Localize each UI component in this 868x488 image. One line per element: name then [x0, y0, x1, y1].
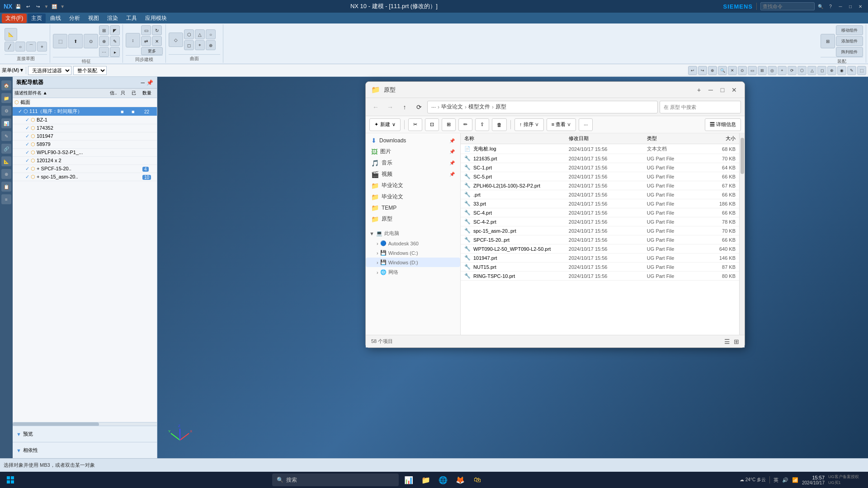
t3[interactable]: ⊕: [708, 66, 717, 75]
fe-new-tab-btn[interactable]: +: [694, 85, 704, 95]
file-row-2[interactable]: 🔧 SC-1.prt 2024/10/17 15:56 UG Part File…: [461, 163, 739, 172]
fe-breadcrumb[interactable]: ··· › 毕业论文 › 模型文件 › 原型: [427, 101, 658, 113]
fe-paste-btn[interactable]: ⊞: [442, 118, 456, 131]
transform-btn[interactable]: ↻: [152, 25, 162, 35]
bc-part3[interactable]: 原型: [495, 103, 506, 111]
close-btn[interactable]: ✕: [856, 2, 864, 10]
panel-minimize-btn[interactable]: ─: [141, 80, 145, 86]
menu-view[interactable]: 视图: [85, 14, 103, 23]
fe-maximize-btn[interactable]: □: [717, 85, 727, 95]
t13[interactable]: △: [807, 66, 816, 75]
fe-refresh-btn[interactable]: ⟳: [413, 101, 425, 113]
side-icon-1[interactable]: 🏠: [1, 80, 11, 90]
bc-part2[interactable]: 模型文件: [468, 103, 490, 111]
file-row-10[interactable]: 🔧 SPCF-15-20..prt 2024/10/17 15:56 UG Pa…: [461, 235, 739, 244]
viewport-3d[interactable]: X Y Z 📁 原型 + ─ □ ✕: [157, 77, 868, 458]
file-row-14[interactable]: 🔧 RING-TSPC-10.prt 2024/10/17 15:56 UG P…: [461, 272, 739, 281]
surface-btn[interactable]: ◇: [169, 33, 183, 47]
scope-select[interactable]: 整个装配: [73, 66, 107, 75]
file-row-11[interactable]: 🔧 WPT090-L2-50_WPT090-L2-50.prt 2024/10/…: [461, 244, 739, 253]
circle-tool[interactable]: ○: [15, 42, 25, 52]
side-icon-3[interactable]: ⚙: [1, 106, 11, 116]
fe-more-btn[interactable]: ···: [579, 118, 593, 131]
assembly-row-9[interactable]: ✓ ⬡ + spc-15_asm-20.. 10: [13, 173, 157, 181]
t10[interactable]: +: [778, 66, 787, 75]
col-qty[interactable]: 数量: [141, 89, 157, 98]
move-face-btn[interactable]: ↕: [126, 33, 140, 47]
fe-search-input[interactable]: [660, 101, 741, 113]
menu-tools[interactable]: 工具: [123, 14, 141, 23]
add-component-btn[interactable]: 添加组件: [836, 36, 863, 46]
assembly-row-7[interactable]: ✓ ⬡ 120124 x 2: [13, 157, 157, 165]
taskbar-browser-icon[interactable]: 🦊: [453, 473, 467, 487]
fe-view-btn[interactable]: ≡ 查看 ∨: [547, 118, 576, 131]
array-feature-btn[interactable]: ⊞: [99, 25, 109, 35]
fe-up-btn[interactable]: ↑: [398, 101, 411, 113]
fe-grid-view-btn[interactable]: ⊞: [734, 338, 739, 345]
fe-share-btn[interactable]: ⇪: [475, 118, 489, 131]
menu-curve[interactable]: 曲线: [47, 14, 65, 23]
fe-delete-btn[interactable]: 🗑: [492, 118, 507, 131]
s5[interactable]: ⌖: [195, 40, 205, 50]
fe-nav-network[interactable]: › 🌐 网络: [366, 267, 460, 277]
fe-sort-btn[interactable]: ↑ 排序 ∨: [514, 118, 544, 131]
sketch-btn[interactable]: 📐: [5, 28, 17, 41]
fe-copy-btn[interactable]: ⊡: [425, 118, 439, 131]
side-icon-9[interactable]: 📋: [1, 182, 11, 192]
menu-home[interactable]: 主页: [28, 14, 46, 23]
taskbar-search[interactable]: 🔍 搜索: [272, 474, 399, 486]
col-done[interactable]: 已: [130, 89, 141, 98]
base-plane-btn[interactable]: ⬚: [53, 34, 67, 48]
window-btn[interactable]: 🪟: [50, 2, 58, 10]
t14[interactable]: ◻: [817, 66, 826, 75]
bc-part1[interactable]: 毕业论文: [441, 103, 463, 111]
s1[interactable]: ⬡: [184, 29, 194, 39]
fe-new-btn[interactable]: ✦ 新建 ∨: [369, 118, 401, 131]
filter-select[interactable]: 无选择过滤器: [28, 66, 71, 75]
line-tool[interactable]: ╱: [5, 42, 14, 52]
menu-app[interactable]: 应用模块: [142, 14, 170, 23]
menu-file[interactable]: 文件(F): [2, 14, 27, 23]
menu-m[interactable]: 菜单(M)▼: [2, 67, 24, 74]
taskbar-files-icon[interactable]: 📁: [419, 473, 433, 487]
quick-save-btn[interactable]: 💾: [14, 2, 22, 10]
t11[interactable]: ⟳: [788, 66, 797, 75]
col-header-date[interactable]: 修改日期: [569, 135, 647, 142]
taskbar-widget-icon[interactable]: 📊: [401, 473, 416, 487]
arc-tool[interactable]: ⌒: [26, 42, 36, 52]
s3[interactable]: ○: [206, 29, 216, 39]
search-icon[interactable]: 🔍: [816, 2, 825, 10]
fe-cut-btn[interactable]: ✂: [408, 118, 422, 131]
more-sync-btn[interactable]: 更多: [141, 47, 163, 55]
file-row-7[interactable]: 🔧 SC-4.prt 2024/10/17 15:56 UG Part File…: [461, 208, 739, 217]
assembly-row-2[interactable]: ✓ ⬡ BZ-1: [13, 116, 157, 124]
side-icon-5[interactable]: ✎: [1, 131, 11, 141]
t6[interactable]: ⊙: [738, 66, 747, 75]
assembly-row-4[interactable]: ✓ ⬡ 101947: [13, 132, 157, 141]
col-header-size[interactable]: 大小: [699, 135, 739, 142]
t17[interactable]: ✎: [847, 66, 856, 75]
fe-list-view-btn[interactable]: ☰: [724, 338, 730, 345]
side-icon-6[interactable]: 🔗: [1, 144, 11, 154]
fe-back-btn[interactable]: ←: [369, 101, 382, 113]
file-row-12[interactable]: 🔧 101947.prt 2024/10/17 15:56 UG Part Fi…: [461, 253, 739, 263]
assembly-row-5[interactable]: ✓ ⬡ 58979: [13, 141, 157, 149]
assembly-row-6[interactable]: ✓ ⬡ WPLF90-3-S2-P1_...: [13, 149, 157, 157]
network-tray-icon[interactable]: 📶: [792, 477, 798, 483]
assembly-row-3[interactable]: ✓ ⬡ 174352: [13, 124, 157, 132]
t1[interactable]: ↩: [688, 66, 697, 75]
menu-render[interactable]: 渲染: [104, 14, 122, 23]
fe-forward-btn[interactable]: →: [384, 101, 396, 113]
col-header-name[interactable]: 名称: [461, 135, 569, 142]
point-tool[interactable]: +: [37, 42, 47, 52]
t18[interactable]: ⬚: [857, 66, 866, 75]
col-only[interactable]: 只: [119, 89, 130, 98]
scrollbar-h[interactable]: [13, 422, 157, 426]
side-icon-7[interactable]: 📐: [1, 156, 11, 166]
fe-nav-thispc[interactable]: ▼ 💻 此电脑: [366, 228, 460, 239]
file-row-1[interactable]: 🔧 121635.prt 2024/10/17 15:56 UG Part Fi…: [461, 154, 739, 163]
edge-btn[interactable]: ⋯: [99, 47, 109, 57]
minimize-btn[interactable]: ─: [836, 2, 844, 10]
side-icon-4[interactable]: 📊: [1, 118, 11, 128]
file-row-13[interactable]: 🔧 NUT15.prt 2024/10/17 15:56 UG Part Fil…: [461, 263, 739, 272]
